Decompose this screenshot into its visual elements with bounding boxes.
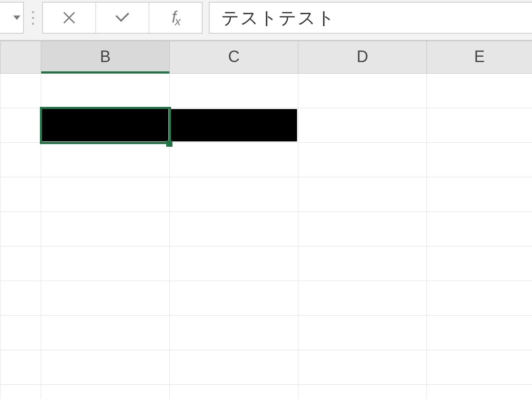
cell-B1[interactable] (41, 74, 170, 108)
cell-D7[interactable] (298, 281, 427, 316)
cell-E3[interactable] (427, 143, 532, 177)
cell-D9[interactable] (298, 350, 427, 385)
cell-D8[interactable] (298, 316, 427, 350)
row-6 (0, 246, 532, 281)
cell-C4[interactable] (170, 177, 298, 212)
column-header-stub[interactable] (0, 41, 41, 74)
formula-toolbar: fx テストテスト (0, 2, 532, 34)
row-7 (0, 281, 532, 316)
cell-B9[interactable] (41, 350, 170, 385)
column-header-label: E (474, 47, 485, 66)
cell-A2-stub[interactable] (0, 108, 41, 143)
row-1 (0, 74, 532, 108)
cell-E1[interactable] (427, 74, 532, 108)
column-header-label: B (100, 47, 110, 66)
cell-A9-stub[interactable] (0, 350, 41, 385)
insert-function-button[interactable]: fx (149, 3, 202, 33)
column-header-E[interactable]: E (427, 41, 532, 74)
fx-icon: fx (172, 8, 180, 28)
cell-A8-stub[interactable] (0, 316, 41, 350)
cell-D2[interactable] (298, 108, 427, 143)
column-header-row: B C D E (0, 41, 532, 74)
cell-A4-stub[interactable] (0, 177, 41, 212)
cell-D3[interactable] (298, 143, 427, 177)
cell-C6[interactable] (170, 246, 298, 281)
cell-A3-stub[interactable] (0, 143, 41, 177)
drag-handle-divider[interactable] (30, 2, 36, 34)
cell-B4[interactable] (41, 177, 170, 212)
spreadsheet-grid[interactable]: B C D E (0, 41, 532, 399)
cell-D4[interactable] (298, 177, 427, 212)
column-header-D[interactable]: D (298, 41, 427, 74)
cell-A5-stub[interactable] (0, 212, 41, 246)
cell-E7[interactable] (427, 281, 532, 316)
chevron-down-icon[interactable] (13, 16, 20, 20)
cell-C1[interactable] (170, 74, 298, 108)
cell-D6[interactable] (298, 246, 427, 281)
check-icon (113, 11, 132, 24)
row-2 (0, 108, 532, 143)
cell-E10[interactable] (427, 385, 532, 399)
x-icon (62, 10, 77, 25)
cell-E2[interactable] (427, 108, 532, 143)
cell-C7[interactable] (170, 281, 298, 316)
cell-B5[interactable] (41, 212, 170, 246)
cell-C5[interactable] (170, 212, 298, 246)
cell-C10[interactable] (170, 385, 298, 399)
formula-bar-value: テストテスト (221, 6, 336, 30)
formula-bar-input[interactable]: テストテスト (209, 2, 532, 34)
cell-B10[interactable] (41, 385, 170, 399)
cell-E4[interactable] (427, 177, 532, 212)
fill-handle[interactable] (166, 141, 172, 147)
cell-C3[interactable] (170, 143, 298, 177)
cell-B2[interactable] (41, 108, 170, 143)
cell-A6-stub[interactable] (0, 246, 41, 281)
formula-bar-area: fx テストテスト (0, 0, 532, 41)
cell-D1[interactable] (298, 74, 427, 108)
cell-A7-stub[interactable] (0, 281, 41, 316)
cancel-button[interactable] (43, 3, 95, 33)
name-box[interactable] (0, 2, 24, 34)
cell-E5[interactable] (427, 212, 532, 246)
cell-C9[interactable] (170, 350, 298, 385)
confirm-button[interactable] (95, 3, 149, 33)
cell-E9[interactable] (427, 350, 532, 385)
column-header-C[interactable]: C (170, 41, 298, 74)
cell-D5[interactable] (298, 212, 427, 246)
cell-B6[interactable] (41, 246, 170, 281)
row-9 (0, 350, 532, 385)
cell-B7[interactable] (41, 281, 170, 316)
row-10 (0, 385, 532, 399)
row-5 (0, 212, 532, 246)
cell-C8[interactable] (170, 316, 298, 350)
row-4 (0, 177, 532, 212)
column-header-label: D (357, 47, 368, 66)
cell-A1-stub[interactable] (0, 74, 41, 108)
column-header-B[interactable]: B (41, 41, 170, 74)
column-header-label: C (228, 47, 240, 66)
cell-B3[interactable] (41, 143, 170, 177)
row-8 (0, 316, 532, 350)
row-3 (0, 143, 532, 177)
cell-E6[interactable] (427, 246, 532, 281)
cell-E8[interactable] (427, 316, 532, 350)
cell-D10[interactable] (298, 385, 427, 399)
cell-B8[interactable] (41, 316, 170, 350)
cell-C2[interactable] (170, 108, 298, 143)
formula-button-group: fx (42, 2, 203, 34)
cell-A10-stub[interactable] (0, 385, 41, 399)
